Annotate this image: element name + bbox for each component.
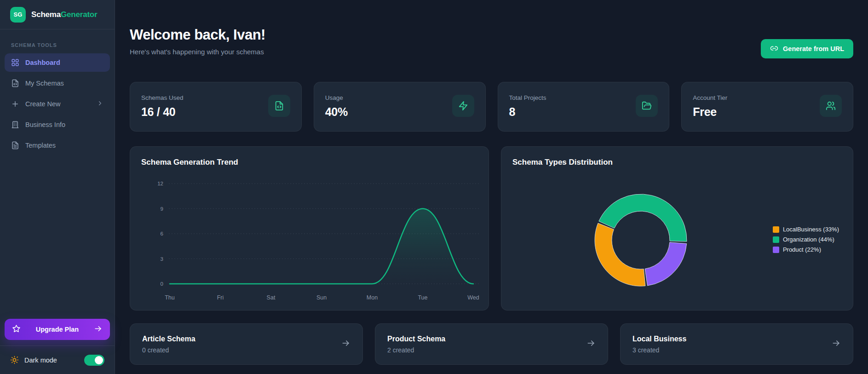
sidebar-item-dashboard[interactable]: Dashboard — [5, 53, 110, 72]
generate-from-url-label: Generate from URL — [783, 45, 844, 52]
trend-chart-card: Schema Generation Trend 036912ThuFriSatS… — [130, 146, 489, 311]
charts-row: Schema Generation Trend 036912ThuFriSatS… — [130, 146, 853, 311]
stat-icon-box — [268, 95, 290, 117]
quick-card-article-schema[interactable]: Article Schema0 created — [130, 323, 363, 365]
distribution-chart-card: Schema Types Distribution LocalBusiness … — [501, 146, 853, 311]
quick-card-text: Local Business3 created — [632, 335, 686, 354]
sun-icon — [10, 356, 19, 364]
arrow-right-icon — [94, 324, 103, 333]
generate-from-url-button[interactable]: Generate from URL — [761, 39, 853, 58]
brand-name: SchemaGenerator — [31, 10, 97, 19]
main-content: Welcome back, Ivan! Here's what's happen… — [115, 0, 868, 374]
quick-card-text: Article Schema0 created — [142, 335, 195, 354]
donut-segment-localbusiness — [595, 223, 645, 286]
star-icon — [12, 324, 21, 333]
stat-icon-box — [452, 95, 474, 117]
arrow-right-icon — [832, 339, 841, 348]
svg-text:Mon: Mon — [367, 294, 378, 301]
brand-generator: Generator — [61, 10, 97, 19]
sidebar-item-create-new[interactable]: Create New — [5, 95, 110, 113]
sidebar-section-label: SCHEMA TOOLS — [0, 29, 115, 53]
chevron-right-icon — [97, 100, 103, 108]
svg-text:Sun: Sun — [316, 294, 327, 301]
page-subtitle: Here's what's happening with your schema… — [130, 48, 265, 56]
star-icon — [12, 324, 21, 334]
dashboard-grid-icon — [11, 58, 19, 67]
upgrade-plan-label: Upgrade Plan — [36, 326, 79, 333]
svg-text:6: 6 — [161, 231, 163, 236]
arrow-right-icon — [341, 339, 351, 348]
stat-icon-box — [820, 95, 842, 117]
upgrade-wrap: Upgrade Plan — [0, 319, 115, 345]
quick-card-text: Product Schema2 created — [387, 335, 445, 354]
legend-item-localbusiness: LocalBusiness (33%) — [773, 226, 839, 233]
legend-label: Product (22%) — [783, 246, 821, 253]
svg-text:12: 12 — [157, 181, 163, 186]
sidebar-nav: DashboardMy SchemasCreate NewBusiness In… — [0, 53, 115, 155]
sidebar-item-label: Business Info — [25, 121, 65, 128]
sidebar-item-templates[interactable]: Templates — [5, 136, 110, 155]
legend-item-organization: Organization (44%) — [773, 236, 839, 243]
legend-item-product: Product (22%) — [773, 246, 839, 253]
legend-label: LocalBusiness (33%) — [783, 226, 839, 233]
sidebar-item-label: Dashboard — [25, 59, 60, 66]
logo-badge: SG — [10, 7, 26, 23]
sidebar-spacer — [0, 155, 115, 319]
sidebar-item-label: Create New — [25, 100, 61, 108]
link-icon — [770, 44, 778, 52]
quick-card-subtitle: 2 created — [387, 346, 445, 354]
quick-card-subtitle: 3 created — [632, 346, 686, 354]
legend-swatch — [773, 226, 779, 233]
dark-mode-toggle[interactable] — [84, 355, 104, 366]
trend-chart: 036912ThuFriSatSunMonTueWed — [139, 172, 480, 308]
svg-text:Tue: Tue — [418, 294, 427, 301]
file-code-icon — [11, 79, 19, 87]
quick-card-product-schema[interactable]: Product Schema2 created — [375, 323, 608, 365]
sidebar-item-label: Templates — [25, 142, 56, 149]
quick-card-subtitle: 0 created — [142, 346, 195, 354]
app-window: SG SchemaGenerator SCHEMA TOOLS Dashboar… — [0, 0, 868, 374]
file-text-icon — [11, 141, 19, 150]
stat-card-schemas-used: Schemas Used16 / 40 — [130, 82, 302, 132]
quick-card-title: Local Business — [632, 335, 686, 343]
stat-card-account-tier: Account TierFree — [681, 82, 853, 132]
sidebar-item-my-schemas[interactable]: My Schemas — [5, 74, 110, 92]
arrow-right-icon — [832, 339, 841, 350]
sidebar-item-business-info[interactable]: Business Info — [5, 115, 110, 134]
stat-icon-box — [636, 95, 658, 117]
quick-cards-row: Article Schema0 createdProduct Schema2 c… — [130, 323, 853, 365]
arrow-right-icon — [586, 339, 596, 348]
chevron-right-icon — [97, 100, 103, 107]
toggle-knob — [95, 356, 103, 364]
users-icon — [826, 101, 836, 111]
svg-text:3: 3 — [161, 256, 163, 262]
link-icon — [770, 44, 778, 54]
welcome-block: Welcome back, Ivan! Here's what's happen… — [130, 26, 265, 56]
sidebar-item-label: My Schemas — [25, 80, 64, 87]
quick-card-local-business[interactable]: Local Business3 created — [620, 323, 853, 365]
stat-label: Usage — [325, 94, 474, 101]
svg-text:9: 9 — [161, 206, 163, 212]
stats-row: Schemas Used16 / 40Usage40%Total Project… — [130, 82, 853, 132]
plus-icon — [11, 100, 19, 108]
zap-icon — [458, 101, 468, 111]
svg-text:Wed: Wed — [467, 294, 479, 301]
quick-card-title: Article Schema — [142, 335, 195, 343]
page-header: Welcome back, Ivan! Here's what's happen… — [130, 26, 853, 58]
chart-legend: LocalBusiness (33%)Organization (44%)Pro… — [773, 226, 839, 253]
arrow-right-icon — [586, 339, 596, 350]
file-code-icon — [274, 101, 284, 111]
dark-mode-label: Dark mode — [24, 357, 57, 364]
stat-card-total-projects: Total Projects8 — [498, 82, 670, 132]
trend-chart-title: Schema Generation Trend — [141, 158, 238, 167]
logo: SG SchemaGenerator — [0, 0, 115, 29]
building-icon — [11, 121, 19, 129]
svg-text:Sat: Sat — [267, 294, 276, 301]
donut-segment-product — [645, 242, 687, 286]
stat-value: 40% — [325, 105, 474, 119]
upgrade-plan-button[interactable]: Upgrade Plan — [5, 319, 110, 340]
svg-text:0: 0 — [161, 281, 163, 287]
arrow-right-icon — [341, 339, 351, 350]
sidebar: SG SchemaGenerator SCHEMA TOOLS Dashboar… — [0, 0, 115, 374]
arrow-right-icon — [94, 324, 103, 334]
